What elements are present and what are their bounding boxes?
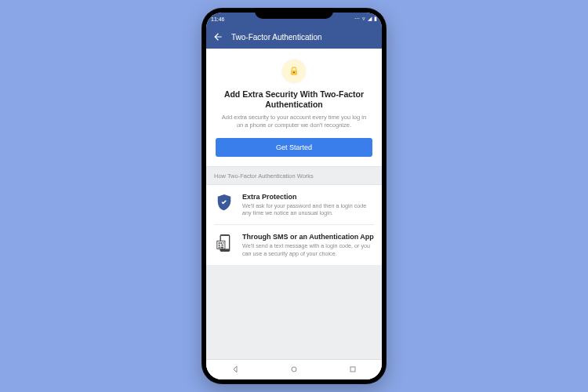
svg-point-1 — [293, 71, 295, 73]
status-icons: ⋯ ▿ ◢ ▮ — [354, 16, 377, 22]
info-list: Extra Protection We'll ask for your pass… — [206, 185, 382, 265]
list-item: Through SMS or an Authentication App We'… — [214, 224, 374, 265]
android-nav-bar — [206, 359, 382, 379]
wifi-icon: ▿ — [362, 16, 365, 22]
hero-heading: Add Extra Security With Two-Factor Authe… — [220, 89, 368, 110]
hero-card: Add Extra Security With Two-Factor Authe… — [206, 49, 382, 166]
svg-point-12 — [292, 367, 296, 372]
content: Add Extra Security With Two-Factor Authe… — [206, 49, 382, 359]
svg-rect-8 — [219, 245, 220, 246]
nav-back-icon[interactable] — [230, 363, 240, 377]
section-label: How Two-Factor Authentication Works — [206, 166, 382, 185]
svg-rect-9 — [221, 245, 223, 245]
list-item-desc: We'll send a text message with a login c… — [242, 242, 374, 257]
svg-rect-10 — [219, 247, 220, 249]
get-started-button[interactable]: Get Started — [216, 138, 372, 157]
list-item-text: Extra Protection We'll ask for your pass… — [242, 193, 374, 217]
svg-rect-5 — [219, 242, 220, 244]
svg-rect-13 — [350, 367, 355, 372]
back-icon[interactable] — [212, 31, 223, 42]
battery-icon: ▮ — [374, 16, 377, 22]
signal-icon: ◢ — [368, 16, 372, 22]
phone-frame: 11:46 ⋯ ▿ ◢ ▮ Two-Factor Authentication — [201, 8, 387, 384]
svg-rect-6 — [220, 242, 222, 244]
nav-recent-icon[interactable] — [348, 363, 358, 377]
hero-subtext: Add extra security to your account every… — [219, 114, 369, 129]
screen: 11:46 ⋯ ▿ ◢ ▮ Two-Factor Authentication — [206, 13, 382, 379]
svg-rect-11 — [220, 247, 223, 249]
status-time: 11:46 — [211, 16, 225, 22]
more-icon: ⋯ — [354, 16, 360, 22]
list-item: Extra Protection We'll ask for your pass… — [206, 185, 382, 225]
notch — [255, 8, 333, 19]
list-item-title: Extra Protection — [242, 193, 374, 201]
list-item-desc: We'll ask for your password and then a l… — [242, 202, 374, 217]
app-bar: Two-Factor Authentication — [206, 25, 382, 49]
svg-rect-7 — [223, 242, 223, 243]
list-item-text: Through SMS or an Authentication App We'… — [242, 233, 374, 257]
page-title: Two-Factor Authentication — [231, 33, 322, 42]
shield-icon — [214, 193, 234, 212]
lock-icon — [282, 60, 306, 83]
phone-qr-icon — [214, 233, 234, 254]
list-item-title: Through SMS or an Authentication App — [242, 233, 374, 241]
nav-home-icon[interactable] — [289, 363, 299, 377]
